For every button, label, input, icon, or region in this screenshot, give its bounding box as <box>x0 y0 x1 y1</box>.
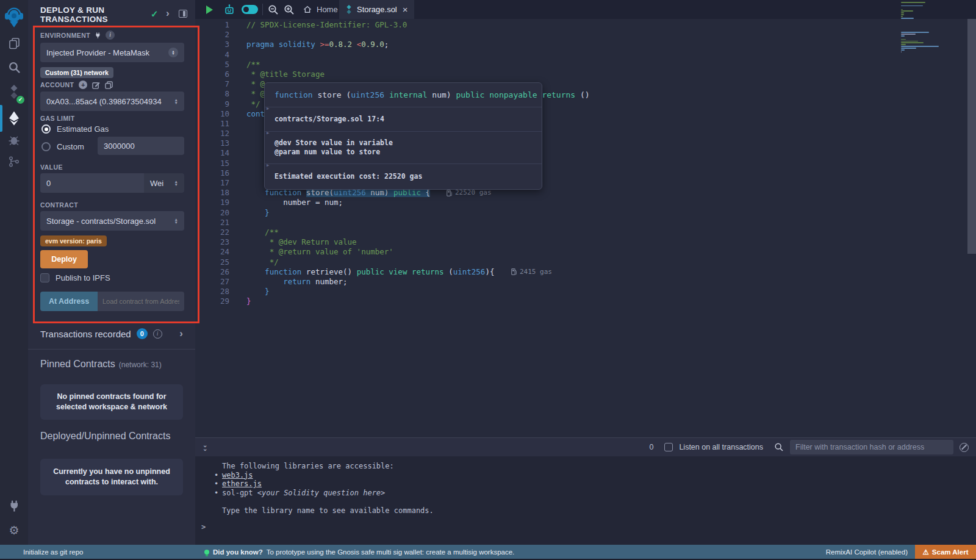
editor-scrollbar[interactable] <box>967 19 976 254</box>
close-tab-icon[interactable]: × <box>403 4 408 15</box>
clear-console-icon[interactable] <box>960 443 969 452</box>
copilot-status[interactable]: RemixAI Copilot (enabled) <box>826 545 908 559</box>
create-account-icon[interactable]: + <box>79 81 87 89</box>
line-number: 28 <box>195 287 229 296</box>
copy-address-icon[interactable] <box>105 81 113 89</box>
transaction-filter-input[interactable] <box>790 440 953 454</box>
terminal-line: •web3.js <box>195 471 976 480</box>
deploy-button[interactable]: Deploy <box>40 250 88 268</box>
code-line[interactable]: 6 * @title Storage <box>195 70 897 79</box>
tooltip-gas: ▶ Estimated execution cost: 22520 gas <box>265 164 542 189</box>
code-line[interactable]: 24 * @return value of 'number' <box>195 247 897 257</box>
gear-icon: ⚙ <box>9 523 19 537</box>
transactions-expand-chevron-icon[interactable]: › <box>179 329 183 338</box>
line-number: 29 <box>195 296 229 306</box>
sidebar-item-deploy-run[interactable] <box>0 105 28 132</box>
pinned-contracts-title: Pinned Contracts <box>40 359 115 370</box>
custom-gas-radio[interactable] <box>41 142 51 151</box>
transactions-info-icon[interactable]: i <box>153 329 162 339</box>
code-line[interactable]: 28 } <box>195 287 897 296</box>
code-line[interactable]: 5/** <box>195 60 897 70</box>
value-input[interactable] <box>40 173 144 193</box>
contract-select[interactable]: Storage - contracts/Storage.sol ▲▼ <box>40 211 184 231</box>
line-number: 20 <box>195 208 229 218</box>
minimap-line <box>901 30 968 31</box>
scam-alert-button[interactable]: ⚠ Scam Alert <box>915 545 976 559</box>
environment-select[interactable]: Injected Provider - MetaMask ▲▼ <box>40 43 184 62</box>
line-number: 25 <box>195 257 229 267</box>
code-line[interactable]: 20 } <box>195 208 897 218</box>
line-number: 23 <box>195 237 229 247</box>
code-line[interactable]: 25 */ <box>195 257 897 267</box>
line-number: 8 <box>195 89 229 99</box>
sidebar-item-settings[interactable]: ⚙ <box>0 520 28 540</box>
gas-limit-label: GAS LIMIT <box>40 115 75 122</box>
sidebar-item-debugger[interactable] <box>0 129 28 150</box>
sidebar-item-plugin-manager[interactable] <box>0 495 28 516</box>
robot-icon <box>223 4 235 16</box>
custom-gas-input[interactable] <box>98 137 184 155</box>
code-line[interactable]: 23 * @dev Return value <box>195 237 897 247</box>
estimated-gas-radio[interactable] <box>41 124 51 134</box>
editor-minimap[interactable] <box>901 2 968 53</box>
sidebar-item-search[interactable] <box>0 57 28 77</box>
sidebar-item-file-explorer[interactable] <box>0 32 28 53</box>
at-address-input[interactable] <box>98 292 184 311</box>
listen-transactions-checkbox[interactable] <box>664 443 673 451</box>
code-line[interactable]: 1// SPDX-License-Identifier: GPL-3.0 <box>195 20 897 30</box>
code-line[interactable]: 3pragma solidity >=0.8.2 <0.9.0; <box>195 40 897 49</box>
collapse-terminal-icon[interactable]: ⌄⌄ <box>203 443 207 451</box>
minimap-line <box>901 4 968 5</box>
forward-chevron-icon[interactable]: › <box>166 9 170 18</box>
minimap-line <box>901 28 968 29</box>
library-link[interactable]: web3.js <box>222 471 253 479</box>
minimap-line <box>901 26 968 27</box>
pin-panel-icon[interactable] <box>179 10 187 18</box>
zoom-in-button[interactable] <box>282 0 296 19</box>
code-line[interactable]: 27 return number; <box>195 277 897 287</box>
line-number: 4 <box>195 50 229 60</box>
run-script-button[interactable] <box>203 0 216 19</box>
code-line[interactable]: 2 <box>195 30 897 40</box>
zoom-out-button[interactable] <box>266 0 281 19</box>
tab-storage-sol[interactable]: Storage.sol × <box>339 0 414 19</box>
code-line[interactable]: 22 /** <box>195 228 897 237</box>
library-link[interactable]: ethers.js <box>222 479 262 488</box>
environment-info-icon[interactable]: i <box>106 31 115 40</box>
sidebar-item-git[interactable] <box>0 151 28 172</box>
git-init-button[interactable]: Initialize as git repo <box>23 548 83 556</box>
minimap-line <box>901 32 929 33</box>
sign-message-icon[interactable] <box>92 81 100 89</box>
terminal-prompt[interactable]: > <box>195 523 976 531</box>
line-number: 17 <box>195 178 229 188</box>
unit-sort-arrows-icon: ▲▼ <box>174 180 178 186</box>
value-unit-select[interactable]: Wei ▲▼ <box>144 173 184 193</box>
publish-ipfs-checkbox[interactable] <box>40 273 49 282</box>
remixai-copilot-button[interactable] <box>222 0 237 19</box>
line-number: 15 <box>195 159 229 168</box>
code-line[interactable]: 21 <box>195 218 897 228</box>
copilot-toggle[interactable] <box>240 0 259 19</box>
remix-logo[interactable] <box>0 4 28 31</box>
tab-home[interactable]: Home <box>296 0 344 19</box>
icon-rail: ✓ <box>0 0 28 545</box>
status-bar: Initialize as git repo Did you know? To … <box>0 545 976 559</box>
debugger-icon <box>8 134 20 146</box>
terminal-line: •ethers.js <box>195 479 976 489</box>
terminal-search-icon[interactable] <box>774 442 784 452</box>
account-select[interactable]: 0xA03...85ac4 (0.398673504934 ▲▼ <box>40 92 184 111</box>
line-number: 11 <box>195 119 229 129</box>
section-arrow-icon: ▶ <box>267 104 269 113</box>
code-line[interactable]: 4 <box>195 50 897 60</box>
editor-toolbar: Home Storage.sol × <box>195 0 976 19</box>
environment-value: Injected Provider - MetaMask <box>46 48 149 57</box>
sidebar-item-solidity-compiler[interactable]: ✓ <box>0 81 28 102</box>
code-line[interactable]: 19 number = num; <box>195 198 897 207</box>
at-address-button[interactable]: At Address <box>40 292 98 311</box>
plug-icon[interactable] <box>95 32 101 39</box>
code-line[interactable]: 29} <box>195 296 897 306</box>
code-line[interactable]: 26 function retrieve() public view retur… <box>195 267 897 277</box>
estimated-gas-label: Estimated Gas <box>57 124 109 134</box>
network-badge: Custom (31) network <box>40 67 113 78</box>
lightbulb-icon <box>204 550 209 555</box>
